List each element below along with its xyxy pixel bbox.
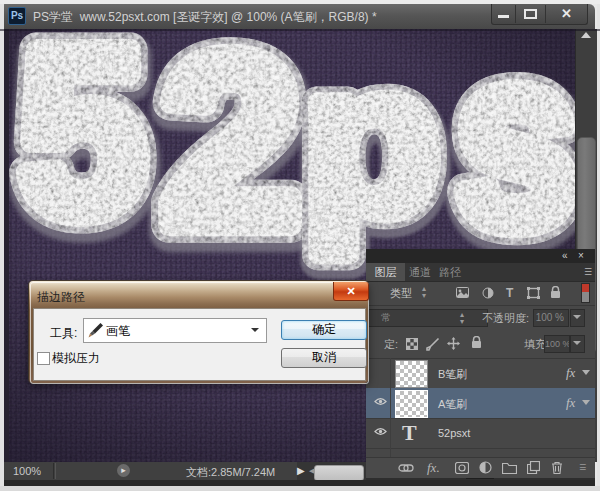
svg-text:p: p <box>303 29 440 256</box>
svg-text:s: s <box>456 29 577 278</box>
svg-text:5: 5 <box>19 29 146 264</box>
svg-text:2: 2 <box>161 29 301 276</box>
